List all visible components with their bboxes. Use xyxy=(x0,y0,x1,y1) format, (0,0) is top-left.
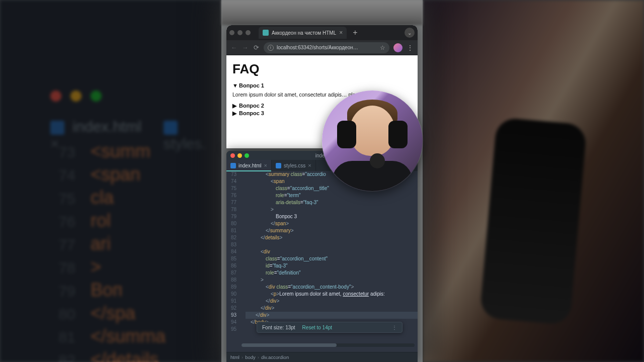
browser-traffic-lights[interactable] xyxy=(229,30,251,35)
css-file-icon xyxy=(164,121,178,135)
faq-item[interactable]: ▼ Вопрос 1 xyxy=(232,82,412,89)
close-icon[interactable]: × xyxy=(308,162,311,168)
tab-close-icon[interactable]: × xyxy=(339,29,343,36)
browser-toolbar: ← → ⟳ i localhost:63342/shorts/Аккордеон… xyxy=(226,40,418,55)
file-icon xyxy=(230,163,236,168)
new-tab-button[interactable]: + xyxy=(350,28,360,37)
breadcrumb-item[interactable]: div.accordion xyxy=(261,354,289,360)
forward-button[interactable]: → xyxy=(242,44,249,51)
url-text: localhost:63342/shorts/Аккордеон… xyxy=(277,45,358,50)
file-icon xyxy=(276,163,281,168)
bg-tab-styles: styles. xyxy=(164,118,221,152)
breadcrumb[interactable]: html›body›div.accordion xyxy=(226,352,418,362)
tab-list-button[interactable]: ⌄ xyxy=(405,28,415,38)
stage: index.html × styles. 73<summ74 <span75 c… xyxy=(0,0,644,362)
breadcrumb-item[interactable]: html xyxy=(230,354,239,360)
address-bar[interactable]: i localhost:63342/shorts/Аккордеон… ☆ xyxy=(264,42,389,53)
top-blur-strip xyxy=(221,0,423,25)
background-left-editor: index.html × styles. 73<summ74 <span75 c… xyxy=(0,0,221,362)
browser-menu-button[interactable]: ⋮ xyxy=(407,44,414,52)
background-right-camera xyxy=(423,0,644,362)
close-icon[interactable]: × xyxy=(264,162,267,168)
html-file-icon xyxy=(50,121,64,135)
profile-avatar[interactable] xyxy=(393,43,403,52)
presenter-webcam xyxy=(322,90,423,191)
favicon-icon xyxy=(263,30,269,36)
reset-font-button[interactable]: Reset to 14pt xyxy=(302,325,332,330)
tooltip-menu-icon[interactable]: ⋮ xyxy=(392,325,397,330)
scrollbar-thumb[interactable] xyxy=(242,343,337,347)
bookmark-icon[interactable]: ☆ xyxy=(380,44,385,51)
ide-tab[interactable]: styles.css× xyxy=(272,160,316,171)
browser-tab[interactable]: Аккордеон на чистом HTML × xyxy=(259,27,347,39)
font-size-tooltip: Font size: 13pt Reset to 14pt ⋮ xyxy=(257,322,403,333)
font-size-label: Font size: 13pt xyxy=(262,325,295,330)
breadcrumb-item[interactable]: body xyxy=(245,354,256,360)
browser-tab-strip: Аккордеон на чистом HTML × + ⌄ xyxy=(226,25,418,40)
bg-tab-index: index.html × xyxy=(50,118,143,152)
site-info-icon[interactable]: i xyxy=(268,45,274,51)
back-button[interactable]: ← xyxy=(230,44,237,51)
code-editor[interactable]: 73<summary class="accordio74<span75class… xyxy=(226,171,418,342)
ide-tab[interactable]: index.html× xyxy=(226,160,272,171)
reload-button[interactable]: ⟳ xyxy=(253,44,260,51)
window-traffic-lights xyxy=(50,90,102,102)
horizontal-scrollbar[interactable] xyxy=(242,343,415,347)
page-heading: FAQ xyxy=(232,61,412,77)
browser-tab-title: Аккордеон на чистом HTML xyxy=(272,30,336,36)
